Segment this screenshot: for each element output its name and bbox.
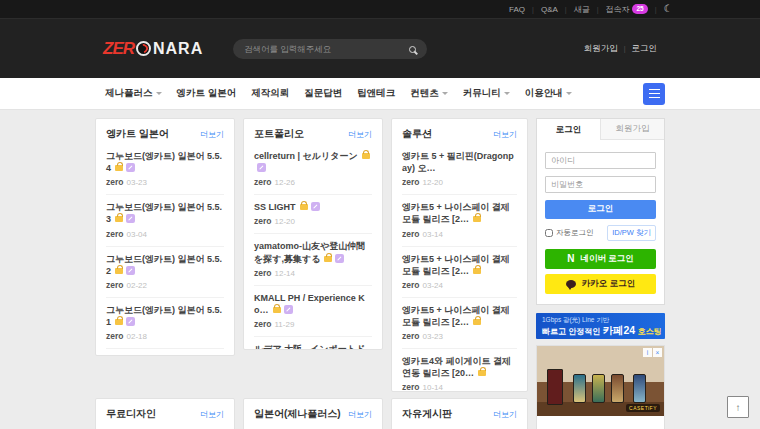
list-item[interactable]: SS LIGHT zero12-20 — [254, 195, 372, 234]
list-item[interactable]: 그누보드(엥카트) 일본어 5.5.4 zero03-23 — [106, 144, 224, 195]
board-title: 일본어(제나플러스) — [254, 407, 341, 421]
divider: | — [532, 6, 534, 13]
lock-icon — [473, 319, 481, 325]
tab-login[interactable]: 로그인 — [537, 119, 600, 140]
qna-link[interactable]: Q&A — [541, 5, 558, 14]
list-item[interactable]: yamatomo-山友や登山仲間を探す,募集する zero12-14 — [254, 234, 372, 285]
find-idpw-link[interactable]: ID/PW 찾기 — [607, 225, 656, 241]
list-item[interactable]: 그누보드(엥카트) 일본어 5.5.3 zero03-04 — [106, 195, 224, 246]
ad-text[interactable]: メトロポリタン 美術館 コラボ — [537, 416, 664, 429]
tab-signup[interactable]: 회원가입 — [600, 119, 664, 140]
banner-subtext: 1Gbps 광(光) Line 기반 — [542, 316, 659, 324]
board-title: 무료디자인 — [106, 407, 156, 421]
more-link[interactable]: 더보기 — [348, 409, 372, 420]
ad-brand-label: CASETiFY — [626, 404, 660, 412]
lock-icon — [478, 370, 486, 376]
post-title[interactable]: cellreturn | セルリターン — [254, 150, 372, 174]
list-item[interactable]: ルデア 大阪 - インポートドレス卸・販売 - … zero10-09 — [254, 337, 372, 350]
post-date: 03-24 — [422, 281, 442, 290]
scroll-top-button[interactable]: ↑ — [727, 396, 749, 418]
nav-item-contents[interactable]: 컨텐츠 — [410, 87, 448, 100]
nav-item-production-request[interactable]: 제작의뢰 — [251, 87, 289, 100]
search-icon[interactable] — [409, 46, 416, 53]
phone-case-image — [547, 369, 563, 405]
post-title[interactable]: 엥카트4와 페이게이트 결제연동 릴리즈 [20… — [402, 355, 517, 379]
list-item[interactable] — [106, 424, 224, 429]
ad-close-icon[interactable]: × — [653, 348, 662, 357]
post-title[interactable]: 그누보드(엥카트) 일본어 5.5.3 — [106, 201, 224, 225]
hamburger-menu-button[interactable] — [643, 83, 665, 105]
post-title[interactable]: 그누보드(엥카트) 일본어 5.4.22-1 — [106, 355, 224, 356]
nav-item-zenaplus[interactable]: 제나플러스 — [105, 87, 162, 100]
nav-item-tips-tech[interactable]: 팁앤테크 — [357, 87, 395, 100]
post-title[interactable]: KMALL PH / Experience Ko… — [254, 292, 372, 316]
list-item[interactable]: 엥카트 5 + 필리핀(Dragonpay) 오… zero12-20 — [402, 144, 517, 195]
ad-image[interactable]: i × CASETiFY — [537, 346, 664, 416]
list-item[interactable]: 그누보드(엥카트) 일본어 5.5.1 zero02-18 — [106, 298, 224, 349]
logo-text-left: ZER — [103, 39, 134, 59]
board-portfolio: 포트폴리오 더보기 cellreturn | セルリターン zero12-26 … — [243, 118, 383, 350]
nav-item-engcart-japanese[interactable]: 엥카트 일본어 — [177, 87, 237, 100]
post-title[interactable]: 그누보드(엥카트) 일본어 5.5.1 — [106, 304, 224, 328]
faq-link[interactable]: FAQ — [509, 5, 525, 14]
more-link[interactable]: 더보기 — [493, 409, 517, 420]
list-item[interactable] — [254, 424, 372, 429]
visitors-count-badge: 25 — [632, 4, 647, 14]
login-link[interactable]: 로그인 — [632, 43, 658, 55]
list-item[interactable]: 그누보드(엥카트) 일본어 5.5.2 zero02-22 — [106, 247, 224, 298]
list-item[interactable]: 엥카트5 + 나이스페이 결제모듈 릴리즈 [2… zero03-23 — [402, 298, 517, 349]
post-title[interactable]: ルデア 大阪 - インポートドレス卸・販売 - … — [254, 343, 372, 350]
chevron-down-icon — [504, 92, 510, 95]
id-field[interactable] — [545, 152, 656, 169]
post-title[interactable]: 엥카트5 + 나이스페이 결제모듈 릴리즈 [2… — [402, 201, 517, 225]
post-title[interactable]: yamatomo-山友や登山仲間を探す,募集する — [254, 240, 372, 264]
list-item[interactable]: 엥카트5 + 나이스페이 결제모듈 릴리즈 [2… zero03-24 — [402, 247, 517, 298]
list-item[interactable]: cellreturn | セルリターン zero12-26 — [254, 144, 372, 195]
more-link[interactable]: 더보기 — [200, 129, 224, 140]
nav-item-community[interactable]: 커뮤니티 — [463, 87, 510, 100]
attachment-icon — [311, 202, 320, 211]
auto-login-label: 자동로그인 — [545, 228, 594, 238]
banner-text: 빠르고 안정적인 카페24 호스팅 — [542, 324, 659, 337]
post-title[interactable]: 그누보드(엥카트) 일본어 5.5.2 — [106, 253, 224, 277]
list-item[interactable] — [402, 424, 517, 429]
list-item[interactable]: 엥카트4와 페이게이트 결제연동 릴리즈 [20… zero10-14 — [402, 349, 517, 392]
new-posts-link[interactable]: 새글 — [574, 4, 590, 15]
lock-icon — [115, 216, 123, 222]
naver-login-button[interactable]: N 네이버 로그인 — [545, 249, 656, 269]
site-logo[interactable]: ZER NARA — [103, 39, 203, 59]
cafe24-hosting-banner[interactable]: 1Gbps 광(光) Line 기반 빠르고 안정적인 카페24 호스팅 — [536, 313, 665, 339]
post-author: zero — [254, 177, 271, 187]
post-title[interactable]: 그누보드(엥카트) 일본어 5.5.4 — [106, 150, 224, 174]
list-item[interactable]: KMALL PH / Experience Ko… zero11-29 — [254, 286, 372, 337]
signup-link[interactable]: 회원가입 — [584, 43, 618, 55]
ad-info-icon[interactable]: i — [643, 348, 652, 357]
more-link[interactable]: 더보기 — [493, 129, 517, 140]
lock-icon — [300, 204, 308, 210]
kakao-login-button[interactable]: 카카오 로그인 — [545, 274, 656, 294]
password-field[interactable] — [545, 176, 656, 193]
ad-unit[interactable]: i × CASETiFY メトロポリタン 美術館 コラボ — [536, 345, 665, 429]
more-link[interactable]: 더보기 — [348, 129, 372, 140]
post-title[interactable]: 엥카트5 + 나이스페이 결제모듈 릴리즈 [2… — [402, 304, 517, 328]
phone-case-image — [633, 374, 646, 403]
search-input[interactable] — [233, 44, 409, 54]
post-author: zero — [402, 382, 419, 392]
post-title[interactable]: 엥카트 5 + 필리핀(Dragonpay) 오… — [402, 150, 517, 174]
more-link[interactable]: 더보기 — [200, 409, 224, 420]
dark-mode-toggle-icon[interactable]: ☾ — [664, 4, 673, 14]
attachment-icon — [126, 266, 135, 275]
post-date: 03-14 — [422, 230, 442, 239]
nav-item-guide[interactable]: 이용안내 — [525, 87, 572, 100]
auto-login-checkbox[interactable] — [545, 229, 553, 237]
lock-icon — [473, 216, 481, 222]
post-title[interactable]: 엥카트5 + 나이스페이 결제모듈 릴리즈 [2… — [402, 253, 517, 277]
post-title[interactable]: SS LIGHT — [254, 201, 372, 213]
nav-item-qna[interactable]: 질문답변 — [304, 87, 342, 100]
list-item[interactable]: 그누보드(엥카트) 일본어 5.4.22-1 zero01-20 — [106, 349, 224, 356]
post-author: zero — [106, 331, 123, 341]
attachment-icon — [126, 317, 135, 326]
logo-text-right: NARA — [153, 40, 203, 58]
list-item[interactable]: 엥카트5 + 나이스페이 결제모듈 릴리즈 [2… zero03-14 — [402, 195, 517, 246]
login-button[interactable]: 로그인 — [545, 200, 656, 219]
